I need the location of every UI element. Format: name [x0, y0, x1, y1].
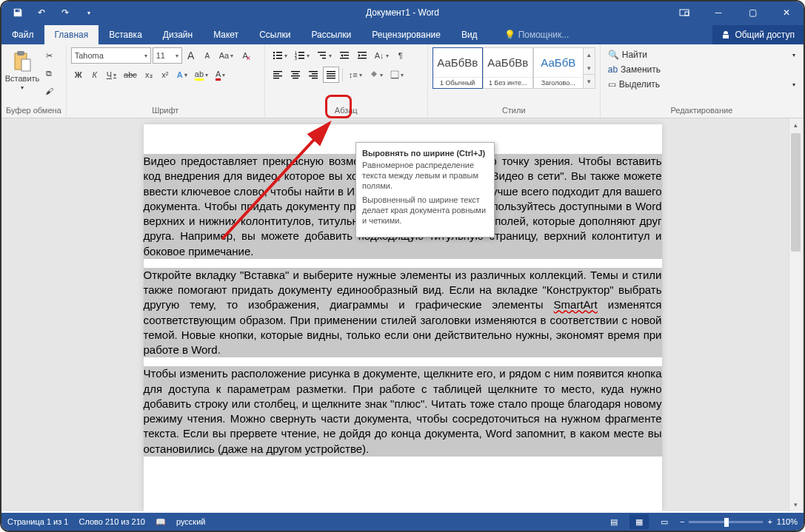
bold-button[interactable]: Ж — [71, 67, 86, 83]
underline-button[interactable]: Ч — [104, 67, 119, 83]
group-paragraph: 123 A↓ ¶ ↕≡ Абзац — [265, 44, 428, 118]
svg-rect-36 — [309, 75, 318, 76]
tab-view[interactable]: Вид — [451, 25, 488, 44]
svg-rect-4 — [21, 59, 30, 71]
title-bar: ↶ ↷ ▾ Документ1 - Word ─ ▢ ✕ — [1, 1, 804, 24]
sort-button[interactable]: A↓ — [372, 47, 392, 64]
select-button[interactable]: ▭ Выделить ▾ — [605, 77, 798, 92]
minimize-button[interactable]: ─ — [701, 1, 735, 24]
zoom-slider[interactable] — [689, 521, 763, 523]
justify-button[interactable] — [323, 67, 339, 83]
paragraph-2[interactable]: Откройте вкладку "Вставка" и выберите ну… — [144, 268, 662, 358]
style-no-spacing[interactable]: АаБбВв 1 Без инте... — [483, 47, 533, 89]
save-button[interactable] — [7, 2, 28, 23]
justify-tooltip: Выровнять по ширине (Ctrl+J) Равномерное… — [355, 142, 495, 238]
svg-text:3: 3 — [295, 56, 297, 60]
style-name: Заголово... — [534, 77, 583, 88]
tab-mailings[interactable]: Рассылки — [301, 25, 361, 44]
language-indicator[interactable]: русский — [176, 517, 205, 526]
clear-formatting-button[interactable]: A⨯ — [238, 47, 253, 64]
borders-button[interactable] — [387, 67, 407, 83]
close-button[interactable]: ✕ — [769, 1, 804, 24]
bullets-button[interactable] — [270, 47, 290, 64]
scroll-thumb[interactable] — [791, 133, 801, 252]
ribbon-tabs: Файл Главная Вставка Дизайн Макет Ссылки… — [1, 24, 804, 44]
zoom-value[interactable]: 110% — [777, 517, 798, 526]
numbering-button[interactable]: 123 — [292, 47, 313, 64]
ribbon-options-button[interactable] — [667, 1, 701, 24]
show-marks-button[interactable]: ¶ — [393, 47, 408, 64]
tab-references[interactable]: Ссылки — [249, 25, 301, 44]
redo-button[interactable]: ↷ — [55, 2, 76, 23]
style-normal[interactable]: АаБбВв 1 Обычный — [432, 47, 483, 89]
align-left-button[interactable] — [270, 67, 286, 83]
subscript-button[interactable]: x₂ — [141, 67, 156, 83]
qat-customize[interactable]: ▾ — [79, 2, 99, 23]
decrease-indent-button[interactable] — [336, 47, 353, 64]
maximize-button[interactable]: ▢ — [735, 1, 769, 24]
multilevel-list-button[interactable] — [314, 47, 335, 64]
replace-button[interactable]: ab Заменить — [605, 62, 798, 77]
zoom-slider-thumb[interactable] — [724, 518, 729, 527]
highlight-color-button[interactable]: ab — [192, 67, 211, 83]
style-preview: АаБбВв — [433, 48, 482, 77]
share-label: Общий доступ — [735, 30, 795, 40]
style-heading1[interactable]: АаБбВ Заголово... — [533, 47, 584, 89]
tooltip-text-2: Выровненный по ширине текст делает края … — [362, 195, 488, 226]
zoom-out-button[interactable]: − — [680, 517, 684, 526]
scroll-up-arrow[interactable]: ▴ — [789, 118, 802, 132]
italic-button[interactable]: К — [87, 67, 102, 83]
copy-button[interactable]: ⧉ — [41, 65, 56, 81]
spellcheck-icon[interactable]: 📖 — [156, 517, 166, 527]
paragraph-3[interactable]: Чтобы изменить расположение рисунка в до… — [144, 366, 662, 457]
tab-design[interactable]: Дизайн — [153, 25, 203, 44]
tab-file[interactable]: Файл — [1, 25, 44, 44]
svg-rect-28 — [273, 75, 282, 76]
tab-review[interactable]: Рецензирование — [361, 25, 451, 44]
tab-home[interactable]: Главная — [44, 25, 99, 44]
share-button[interactable]: Общий доступ — [712, 25, 804, 44]
font-size-combo[interactable]: 11▾ — [153, 47, 182, 64]
zoom-in-button[interactable]: + — [767, 517, 772, 526]
group-title-clipboard: Буфер обмена — [6, 106, 61, 116]
decrease-font-button[interactable]: A — [200, 47, 215, 64]
group-clipboard: Вставить ▾ ✂ ⧉ 🖌 Буфер обмена — [1, 44, 67, 118]
print-layout-button[interactable]: ▦ — [629, 514, 649, 529]
paste-button[interactable]: Вставить ▾ — [6, 47, 39, 93]
tell-me[interactable]: 💡 Помощник... — [497, 25, 577, 44]
strike-button[interactable]: abc — [121, 67, 140, 83]
svg-rect-26 — [273, 71, 282, 72]
styles-gallery-more[interactable]: ▴▾▾ — [584, 47, 595, 89]
word-count[interactable]: Слово 210 из 210 — [79, 517, 145, 526]
tab-insert[interactable]: Вставка — [98, 25, 153, 44]
font-color-button[interactable]: A — [213, 67, 228, 83]
scroll-down-arrow[interactable]: ▾ — [789, 498, 802, 511]
tooltip-text-1: Равномерное распределение текста между л… — [362, 161, 488, 191]
font-name-value: Tahoma — [75, 51, 104, 60]
svg-rect-37 — [312, 78, 318, 78]
tab-layout[interactable]: Макет — [203, 25, 249, 44]
undo-button[interactable]: ↶ — [31, 2, 52, 23]
svg-rect-17 — [318, 52, 326, 53]
read-mode-button[interactable]: ▤ — [604, 514, 624, 529]
font-name-combo[interactable]: Tahoma▾ — [71, 47, 151, 64]
cut-button[interactable]: ✂ — [41, 47, 56, 64]
svg-rect-18 — [320, 55, 326, 55]
svg-rect-10 — [276, 58, 282, 59]
line-spacing-button[interactable]: ↕≡ — [346, 67, 365, 83]
change-case-button[interactable]: Aa — [216, 47, 236, 64]
format-painter-button[interactable]: 🖌 — [41, 83, 56, 99]
align-center-button[interactable] — [287, 67, 304, 83]
web-layout-button[interactable]: ▭ — [655, 514, 674, 529]
align-right-button[interactable] — [305, 67, 321, 83]
text-effects-button[interactable]: A — [174, 67, 190, 83]
vertical-scrollbar[interactable]: ▴ ▾ — [789, 118, 802, 511]
svg-rect-43 — [391, 78, 398, 78]
find-button[interactable]: 🔍 Найти ▾ — [605, 47, 798, 62]
shading-button[interactable] — [367, 67, 386, 83]
svg-rect-0 — [680, 10, 689, 16]
page-indicator[interactable]: Страница 1 из 1 — [7, 517, 68, 526]
increase-indent-button[interactable] — [354, 47, 370, 64]
increase-font-button[interactable]: A — [184, 47, 198, 64]
superscript-button[interactable]: x² — [158, 67, 173, 83]
